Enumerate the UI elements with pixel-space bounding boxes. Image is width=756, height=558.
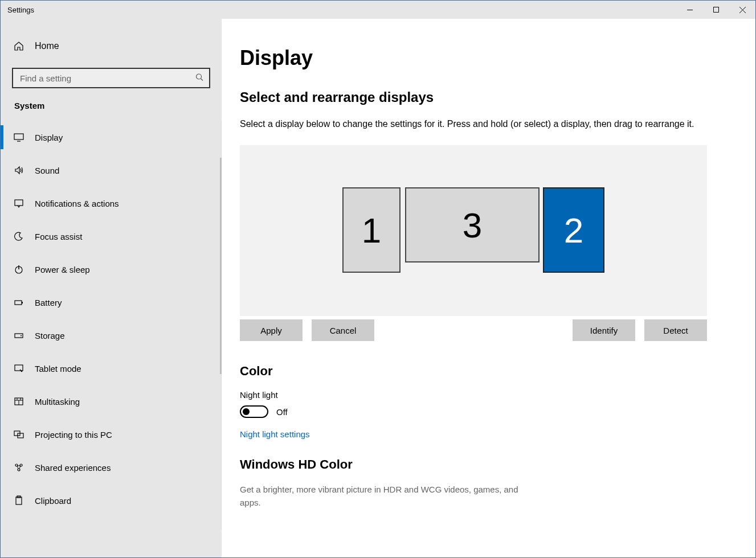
section-description: Select a display below to change the set… (240, 118, 713, 130)
sidebar-item-display[interactable]: Display (1, 121, 221, 154)
share-icon (13, 462, 24, 473)
maximize-icon (713, 7, 719, 13)
detect-button[interactable]: Detect (644, 319, 707, 341)
window-body: Home System DisplaySoundNotifications & … (1, 19, 755, 557)
svg-point-9 (21, 335, 22, 337)
sidebar-item-notifications-actions[interactable]: Notifications & actions (1, 187, 221, 220)
sidebar-item-battery[interactable]: Battery (1, 286, 221, 319)
monitor-3[interactable]: 3 (405, 187, 540, 262)
sidebar-item-label: Sound (35, 166, 59, 175)
sidebar-item-label: Focus assist (35, 232, 82, 241)
search-container (1, 68, 222, 101)
page-title: Display (240, 46, 719, 70)
sidebar-item-sound[interactable]: Sound (1, 154, 221, 187)
svg-rect-3 (14, 134, 23, 140)
sidebar-item-power-sleep[interactable]: Power & sleep (1, 253, 221, 286)
svg-point-11 (21, 371, 22, 372)
battery-icon (13, 297, 24, 308)
sidebar-item-projecting-to-this-pc[interactable]: Projecting to this PC (1, 418, 221, 451)
maximize-button[interactable] (703, 1, 729, 19)
settings-window: Settings Home (0, 0, 756, 558)
sidebar-item-label: Storage (35, 331, 65, 340)
sidebar-item-shared-experiences[interactable]: Shared experiences (1, 451, 221, 484)
toggle-knob-icon (243, 408, 250, 415)
multi-icon (13, 396, 24, 407)
scrollbar[interactable] (220, 158, 222, 374)
sidebar: Home System DisplaySoundNotifications & … (1, 19, 222, 557)
sidebar-item-storage[interactable]: Storage (1, 319, 221, 352)
svg-rect-6 (15, 301, 22, 305)
window-controls (677, 1, 755, 19)
sidebar-item-label: Shared experiences (35, 463, 111, 473)
section-heading: Select and rearrange displays (240, 89, 719, 105)
close-icon (739, 7, 746, 13)
svg-rect-10 (15, 365, 23, 371)
sound-icon (13, 165, 24, 176)
svg-rect-0 (687, 10, 693, 10)
color-heading: Color (240, 364, 719, 379)
sidebar-item-label: Clipboard (35, 496, 71, 506)
identify-button[interactable]: Identify (573, 319, 635, 341)
sidebar-item-clipboard[interactable]: Clipboard (1, 484, 221, 517)
window-title: Settings (7, 6, 34, 14)
main-content: Display Select and rearrange displays Se… (222, 19, 755, 557)
close-button[interactable] (729, 1, 755, 19)
svg-rect-1 (714, 7, 719, 13)
monitor-2[interactable]: 2 (543, 187, 604, 273)
svg-point-17 (18, 469, 20, 471)
sidebar-item-label: Notifications & actions (35, 199, 119, 208)
sidebar-item-multitasking[interactable]: Multitasking (1, 385, 221, 418)
sidebar-item-label: Multitasking (35, 397, 80, 407)
sidebar-item-label: Display (35, 133, 63, 142)
project-icon (13, 429, 24, 440)
home-icon (13, 40, 24, 52)
sidebar-item-label: Battery (35, 298, 62, 307)
svg-rect-4 (15, 200, 23, 206)
titlebar: Settings (1, 1, 755, 19)
sidebar-item-label: Projecting to this PC (35, 430, 112, 440)
sidebar-items: DisplaySoundNotifications & actionsFocus… (1, 121, 222, 530)
night-light-label: Night light (240, 390, 719, 400)
hdr-heading: Windows HD Color (240, 457, 719, 472)
svg-rect-18 (16, 497, 22, 504)
section-label: System (1, 101, 222, 121)
sidebar-item-label: Tablet mode (35, 364, 81, 374)
home-button[interactable]: Home (1, 35, 222, 58)
clip-icon (13, 495, 24, 506)
night-light-toggle[interactable] (240, 405, 268, 418)
storage-icon (13, 330, 24, 341)
moon-icon (13, 231, 24, 242)
monitor-1[interactable]: 1 (342, 187, 401, 273)
apply-button[interactable]: Apply (240, 319, 303, 341)
svg-point-2 (197, 74, 202, 79)
night-light-toggle-row: Off (240, 405, 719, 418)
monitor-icon (13, 132, 24, 143)
sidebar-item-label: Power & sleep (35, 265, 90, 274)
search-input[interactable] (12, 68, 210, 88)
home-label: Home (35, 41, 59, 51)
power-icon (13, 264, 24, 275)
minimize-icon (687, 10, 693, 10)
svg-rect-7 (22, 302, 23, 303)
notify-icon (13, 198, 24, 209)
minimize-button[interactable] (677, 1, 703, 19)
tablet-icon (13, 363, 24, 374)
display-arrange-canvas[interactable]: 132 (240, 145, 707, 316)
cancel-button[interactable]: Cancel (312, 319, 374, 341)
search-icon (195, 73, 203, 83)
toggle-state-label: Off (276, 407, 288, 417)
hdr-description: Get a brighter, more vibrant picture in … (240, 483, 536, 509)
sidebar-item-focus-assist[interactable]: Focus assist (1, 220, 221, 253)
display-buttons-row: Apply Cancel Identify Detect (240, 319, 707, 341)
night-light-settings-link[interactable]: Night light settings (240, 429, 310, 439)
sidebar-item-tablet-mode[interactable]: Tablet mode (1, 352, 221, 385)
